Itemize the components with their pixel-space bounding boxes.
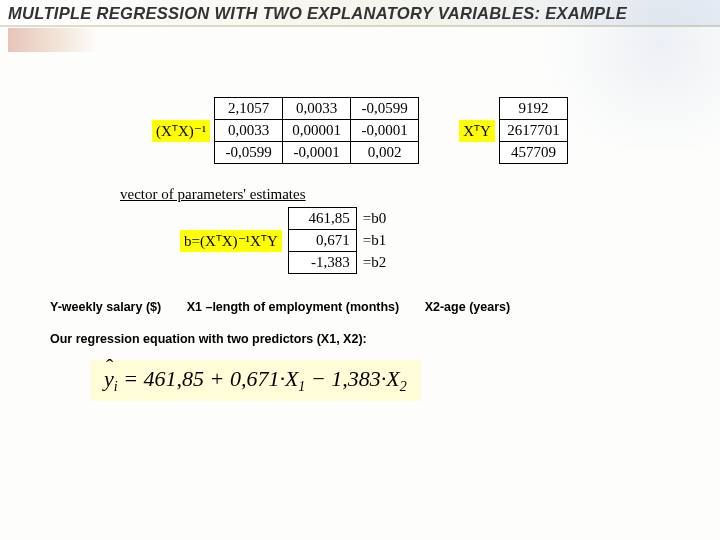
b-coef: -1,383: [288, 252, 356, 274]
b-label: b=(XᵀX)⁻¹XᵀY: [180, 230, 282, 252]
b-vector-block: b=(XᵀX)⁻¹XᵀY 461,85 =b0 0,671 =b1 -1,383…: [180, 207, 720, 274]
variables-line: Y-weekly salary ($) X1 –length of employ…: [50, 300, 720, 314]
eq-b1: 0,671: [230, 366, 280, 391]
b-name: =b2: [356, 252, 399, 274]
title-bar: MULTIPLE REGRESSION WITH TWO EXPLANATORY…: [0, 0, 720, 27]
xtx-inverse-block: (XᵀX)⁻¹ 2,1057 0,0033 -0,0599 0,0033 0,0…: [152, 97, 419, 164]
b-name: =b0: [356, 208, 399, 230]
eq-b0: 461,85: [144, 366, 205, 391]
cell: 0,00001: [283, 120, 351, 142]
b-coef: 461,85: [288, 208, 356, 230]
equation-caption: Our regression equation with two predict…: [50, 332, 720, 346]
eq-b2: 1,383: [331, 366, 381, 391]
x2-definition: X2-age (years): [425, 300, 510, 314]
xty-matrix: 9192 2617701 457709: [499, 97, 568, 164]
cell: -0,0001: [351, 120, 419, 142]
cell: 0,0033: [283, 98, 351, 120]
accent-decoration: [8, 28, 98, 52]
cell: 2617701: [499, 120, 567, 142]
cell: 0,002: [351, 142, 419, 164]
b-vector: 461,85 =b0 0,671 =b1 -1,383 =b2: [288, 207, 400, 274]
x1-definition: X1 –length of employment (months): [187, 300, 400, 314]
b-name: =b1: [356, 230, 399, 252]
b-coef: 0,671: [288, 230, 356, 252]
xty-label: XᵀY: [459, 120, 495, 142]
xty-block: XᵀY 9192 2617701 457709: [459, 97, 568, 164]
cell: 2,1057: [215, 98, 283, 120]
xtx-inverse-label: (XᵀX)⁻¹: [152, 120, 210, 142]
cell: -0,0001: [283, 142, 351, 164]
cell: -0,0599: [351, 98, 419, 120]
cell: 0,0033: [215, 120, 283, 142]
cell: -0,0599: [215, 142, 283, 164]
cell: 457709: [499, 142, 567, 164]
cell: 9192: [499, 98, 567, 120]
vector-caption: vector of parameters' estimates: [120, 186, 720, 203]
y-definition: Y-weekly salary ($): [50, 300, 161, 314]
matrices-row: (XᵀX)⁻¹ 2,1057 0,0033 -0,0599 0,0033 0,0…: [0, 97, 720, 164]
page-title: MULTIPLE REGRESSION WITH TWO EXPLANATORY…: [8, 4, 712, 23]
xtx-inverse-matrix: 2,1057 0,0033 -0,0599 0,0033 0,00001 -0,…: [214, 97, 419, 164]
regression-equation: yi = 461,85 + 0,671·X1 − 1,383·X2: [90, 360, 421, 401]
